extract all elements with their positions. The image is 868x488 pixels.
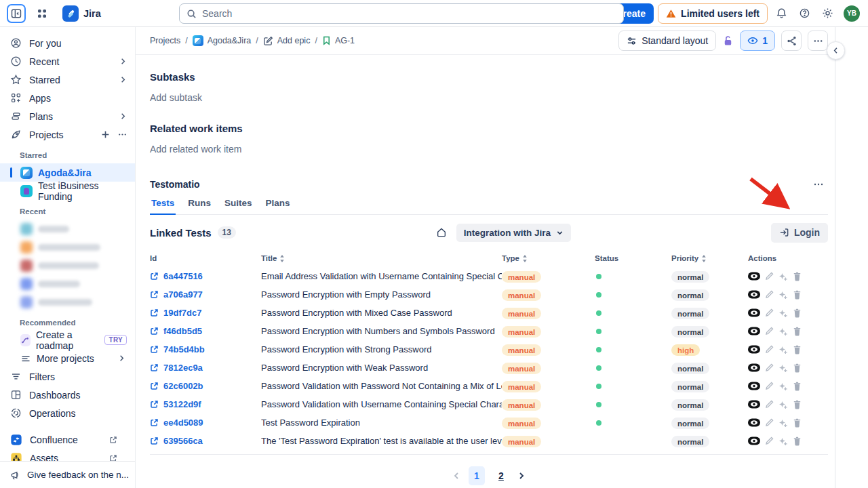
ai-improve-button[interactable] — [778, 345, 788, 354]
edit-test-button[interactable] — [765, 400, 774, 409]
home-button[interactable] — [436, 227, 447, 238]
recent-project-item-blurred[interactable] — [0, 256, 135, 274]
delete-test-button[interactable] — [793, 290, 802, 300]
view-test-button[interactable] — [748, 308, 760, 317]
sidebar-item-apps[interactable]: Apps — [0, 89, 135, 107]
help-button[interactable] — [795, 4, 814, 23]
delete-test-button[interactable] — [793, 327, 802, 336]
add-related-item-link[interactable]: Add related work item — [150, 144, 828, 155]
view-test-button[interactable] — [748, 363, 760, 372]
test-id-link[interactable]: ee4d5089 — [163, 418, 203, 428]
delete-test-button[interactable] — [793, 418, 802, 428]
edit-test-button[interactable] — [765, 382, 774, 390]
delete-test-button[interactable] — [793, 345, 802, 354]
testomatio-tab[interactable]: Plans — [264, 198, 292, 215]
ai-improve-button[interactable] — [778, 290, 788, 300]
table-header-cell[interactable]: Priority — [671, 254, 748, 262]
add-project-icon[interactable] — [101, 130, 110, 139]
search-input[interactable] — [202, 8, 616, 19]
recent-project-item-blurred[interactable] — [0, 220, 135, 238]
view-test-button[interactable] — [748, 272, 760, 281]
sidebar-toggle-button[interactable] — [7, 4, 26, 23]
delete-test-button[interactable] — [793, 272, 802, 281]
delete-test-button[interactable] — [793, 363, 802, 373]
sidebar-project-ibusiness[interactable]: Test iBusiness Funding — [0, 182, 135, 200]
view-test-button[interactable] — [748, 418, 760, 427]
breadcrumb-project[interactable]: Agoda&Jira — [193, 35, 252, 46]
sidebar-item-recent[interactable]: Recent — [0, 52, 135, 70]
layout-selector-button[interactable]: Standard layout — [618, 30, 716, 51]
view-test-button[interactable] — [748, 436, 760, 445]
share-button[interactable] — [781, 30, 802, 51]
sidebar-item-starred[interactable]: Starred — [0, 70, 135, 89]
table-header-cell[interactable]: Actions — [748, 254, 828, 262]
ai-improve-button[interactable] — [778, 327, 788, 336]
delete-test-button[interactable] — [793, 400, 802, 409]
sidebar-item-confluence[interactable]: Confluence — [0, 430, 135, 449]
pagination-next-button[interactable] — [517, 472, 526, 480]
global-search[interactable] — [179, 3, 624, 24]
table-header-cell[interactable]: Type — [502, 254, 595, 262]
recent-project-item-blurred[interactable] — [0, 274, 135, 293]
limited-users-button[interactable]: Limited users left — [658, 3, 768, 24]
sidebar-item-projects[interactable]: Projects — [0, 125, 135, 144]
test-id-link[interactable]: 7812ec9a — [163, 363, 203, 373]
view-test-button[interactable] — [748, 327, 760, 336]
recent-project-item-blurred[interactable] — [0, 293, 135, 311]
test-id-link[interactable]: 74b5d4bb — [163, 344, 205, 354]
sidebar-item-dashboards[interactable]: Dashboards — [0, 386, 135, 404]
edit-test-button[interactable] — [765, 290, 774, 299]
pagination-page-button[interactable]: 1 — [469, 466, 485, 485]
test-id-link[interactable]: 639566ca — [163, 436, 203, 446]
test-id-link[interactable]: 53122d9f — [163, 399, 201, 409]
testomatio-tab[interactable]: Suites — [223, 198, 254, 215]
breadcrumb-projects[interactable]: Projects — [150, 36, 180, 45]
ai-improve-button[interactable] — [778, 272, 788, 281]
sidebar-item-filters[interactable]: Filters — [0, 367, 135, 386]
table-header-cell[interactable]: Status — [595, 254, 671, 262]
panel-collapse-button[interactable] — [827, 41, 845, 60]
give-feedback-button[interactable]: Give feedback on the n... — [0, 461, 135, 488]
ai-improve-button[interactable] — [778, 436, 788, 446]
sidebar-item-more-projects[interactable]: More projects — [0, 349, 135, 367]
sidebar-item-operations[interactable]: Operations — [0, 404, 135, 422]
edit-test-button[interactable] — [765, 308, 774, 317]
projects-more-icon[interactable] — [118, 130, 127, 139]
test-id-link[interactable]: 6a447516 — [163, 271, 203, 281]
ai-improve-button[interactable] — [778, 363, 788, 373]
ai-improve-button[interactable] — [778, 382, 788, 391]
recent-project-item-blurred[interactable] — [0, 238, 135, 256]
test-id-link[interactable]: 19df7dc7 — [163, 308, 201, 318]
sidebar-item-plans[interactable]: Plans — [0, 107, 135, 125]
breadcrumb-add-epic[interactable]: Add epic — [263, 36, 311, 46]
user-avatar[interactable]: YB — [844, 5, 860, 22]
edit-test-button[interactable] — [765, 363, 774, 372]
notifications-button[interactable] — [772, 4, 791, 23]
test-id-link[interactable]: f46db5d5 — [163, 326, 202, 336]
test-id-link[interactable]: 62c6002b — [163, 381, 203, 391]
table-header-cell[interactable]: Id — [150, 254, 261, 262]
delete-test-button[interactable] — [793, 382, 802, 391]
view-test-button[interactable] — [748, 345, 760, 354]
testomatio-tab[interactable]: Tests — [150, 198, 176, 215]
sidebar-project-agoda-jira[interactable]: Agoda&Jira — [0, 163, 135, 182]
ai-improve-button[interactable] — [778, 400, 788, 409]
jira-home-link[interactable]: Jira — [62, 5, 101, 22]
test-id-link[interactable]: a706a977 — [163, 289, 203, 300]
edit-test-button[interactable] — [765, 418, 774, 427]
view-test-button[interactable] — [748, 400, 760, 409]
ai-improve-button[interactable] — [778, 418, 788, 428]
delete-test-button[interactable] — [793, 308, 802, 318]
table-header-cell[interactable]: Title — [261, 254, 502, 262]
watchers-button[interactable]: 1 — [740, 30, 775, 51]
view-test-button[interactable] — [748, 290, 760, 299]
view-test-button[interactable] — [748, 382, 760, 390]
pagination-prev-button[interactable] — [452, 472, 460, 480]
project-selector-dropdown[interactable]: Integration with Jira — [456, 224, 571, 242]
add-subtask-link[interactable]: Add subtask — [150, 92, 828, 103]
unlock-button[interactable] — [722, 35, 734, 47]
settings-button[interactable] — [818, 4, 837, 23]
pagination-page-button[interactable]: 2 — [493, 466, 509, 485]
edit-test-button[interactable] — [765, 436, 774, 445]
breadcrumb-issue[interactable]: AG-1 — [322, 36, 355, 45]
